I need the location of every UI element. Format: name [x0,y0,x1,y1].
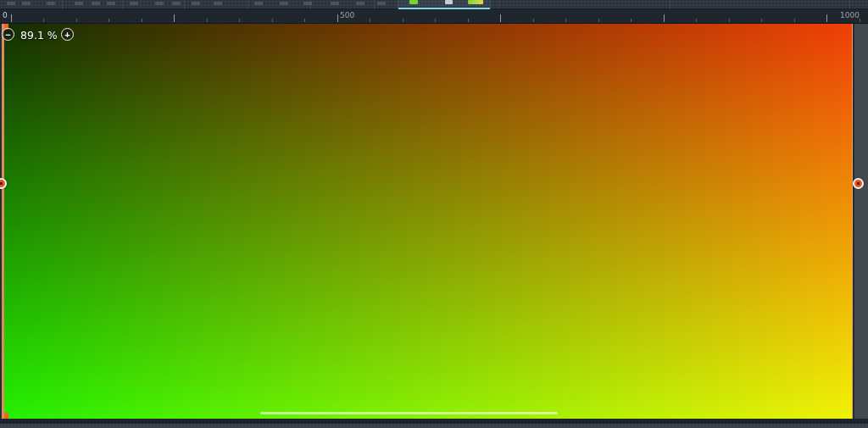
ruler-tick [108,19,109,22]
toolbar-separator [122,0,123,9]
status-bar-strip [0,424,868,428]
gradient-green-layer [4,24,852,419]
toolbar-button[interactable] [130,2,138,5]
ruler-tick [794,19,795,22]
ruler-tick [76,19,77,22]
ruler-tick [696,19,697,22]
toolbar-button[interactable] [331,2,339,5]
ruler-label: 500 [340,11,354,19]
toolbar-button[interactable] [280,2,288,5]
corner-handle-bottom-left[interactable] [4,413,8,419]
toolbar-button[interactable] [192,2,200,5]
ruler-tick [207,19,208,22]
zoom-level-value: 89.1 % [20,29,58,42]
active-tool-button[interactable] [397,0,492,9]
toolbar-button[interactable] [254,2,263,5]
toolbar-separator [184,0,185,9]
toolbar-separator [374,0,375,9]
horizontal-ruler: 05001000 [0,9,868,24]
ruler-tick [761,19,762,22]
toolbar-button[interactable] [7,2,15,5]
zoom-out-button[interactable]: − [2,28,14,41]
toolbar-separator [498,0,499,9]
main-toolbar [0,0,868,9]
zoom-in-button[interactable]: + [61,28,74,41]
ruler-tick [631,19,632,22]
multi-swatch-icon [468,0,483,4]
canvas-viewport: − 89.1 % + [0,24,868,419]
right-gutter [854,24,868,419]
toolbar-button[interactable] [22,2,31,5]
toolbar-button[interactable] [92,2,100,5]
toolbar-button[interactable] [47,2,55,5]
ruler-tick [533,19,534,22]
toolbar-separator [670,0,670,9]
toolbar-separator [248,0,248,9]
ruler-tick [468,19,469,22]
ruler-tick [860,19,860,22]
toolbar-separator [310,0,311,9]
ruler-label: 0 [3,11,8,19]
ruler-tick [565,19,566,22]
toolbar-button[interactable] [155,2,164,5]
application-window: 05001000 − 89.1 % + [0,0,868,428]
document-canvas[interactable] [2,24,853,419]
ruler-tick [403,19,403,22]
toolbar-button[interactable] [356,2,364,5]
gray-swatch-icon [445,0,453,4]
ruler-tick [729,19,730,22]
toolbar-separator [849,0,850,9]
toolbar-button[interactable] [214,2,222,5]
ruler-tick [435,19,436,22]
ruler-tick [370,19,370,22]
toolbar-button[interactable] [377,2,386,5]
ruler-tick [239,19,240,22]
ruler-tick [500,14,501,22]
ruler-tick [304,19,305,22]
horizontal-scrollbar[interactable] [260,412,558,414]
ruler-tick [11,14,12,22]
toolbar-separator [62,0,63,9]
ruler-tick [337,14,338,22]
ruler-tick [598,19,599,22]
toolbar-button[interactable] [172,2,181,5]
ruler-tick [43,19,44,22]
ruler-tick [664,14,665,22]
ruler-tick [826,14,827,22]
ruler-tick [174,14,175,22]
toolbar-button[interactable] [107,2,115,5]
ruler-label: 1000 [840,11,860,19]
ruler-tick [142,19,142,22]
toolbar-button[interactable] [75,2,83,5]
green-swatch-icon [409,0,418,4]
ruler-tick [272,19,273,22]
transform-handle-right[interactable] [853,178,864,189]
